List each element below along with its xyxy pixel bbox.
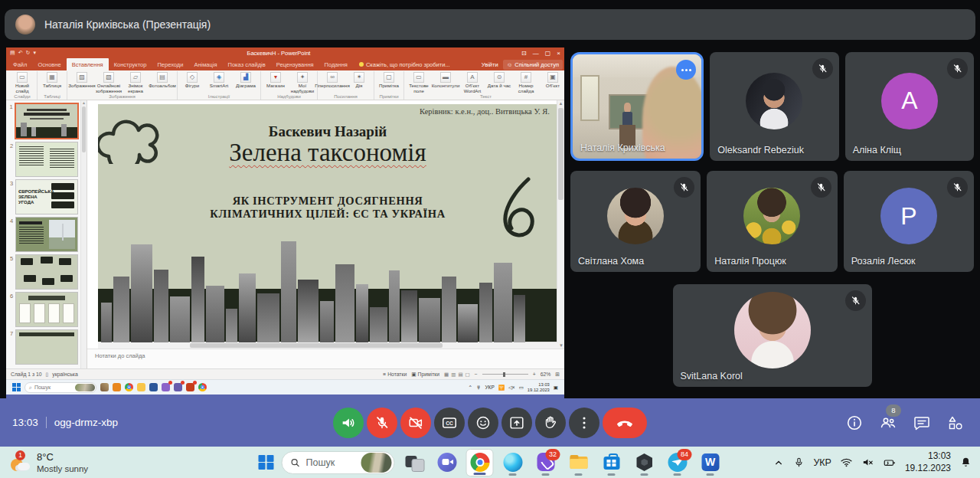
presenter-app-photos[interactable] (100, 383, 109, 391)
ppt-slide-editor[interactable]: Керівник: к.е.н., доц.. Витвицька У. Я. … (87, 100, 564, 349)
notification-bell-icon[interactable] (959, 456, 972, 469)
ribbon-button-Примітка[interactable]: ▢Примітка (376, 71, 402, 89)
language-indicator[interactable]: українська (52, 372, 77, 377)
slide-thumbnail-7[interactable]: 7 (8, 329, 79, 365)
participant-tile-1[interactable]: Наталія Крихівська (570, 52, 704, 161)
presenter-clock[interactable]: 13:03 19.12.2023 (528, 382, 550, 393)
start-button[interactable] (256, 453, 276, 473)
slide-thumbnail-1[interactable]: 1 (8, 103, 79, 139)
chevron-up-icon[interactable] (773, 457, 785, 469)
proofing-icon[interactable]: ▯ (46, 372, 49, 378)
thumbnail-preview[interactable] (15, 217, 78, 252)
slide-thumbnail-6[interactable]: 6 (8, 292, 79, 327)
slide-thumbnail-4[interactable]: 4 (8, 217, 79, 252)
thumbnails-scrollbar[interactable]: ▲ (80, 100, 87, 368)
thumbnail-preview[interactable]: ЄВРОПЕЙСЬКА ЗЕЛЕНА УГОДА (15, 179, 78, 214)
battery-icon[interactable] (883, 456, 897, 470)
speaker-icon[interactable]: ◁× (508, 385, 515, 391)
ribbon-button-Об'єкт WordArt[interactable]: АОб'єкт WordArt (459, 71, 485, 93)
ribbon-button-Дата й час[interactable]: ⊙Дата й час (486, 71, 512, 89)
ribbon-button-Знімок екрана[interactable]: ▱Знімок екрана (122, 71, 149, 93)
ppt-tab-Переходи[interactable]: Переходи (152, 58, 188, 70)
notes-toggle[interactable]: ≡ Нотатки (383, 372, 407, 377)
ppt-close-button[interactable]: × (557, 50, 560, 57)
mic-off-button[interactable] (367, 408, 397, 438)
ppt-tab-Анімація[interactable]: Анімація (188, 58, 222, 70)
ppt-tab-Конструктор[interactable]: Конструктор (109, 58, 152, 70)
ppt-tab-Показ слайдів[interactable]: Показ слайдів (223, 58, 271, 70)
ppt-tab-Подання[interactable]: Подання (319, 58, 353, 70)
thumbnail-preview[interactable] (15, 254, 78, 290)
ribbon-button-Таблиця[interactable]: ▦Таблиця (39, 71, 65, 89)
slide-thumbnail-2[interactable]: 2 (8, 142, 79, 177)
presenter-app-office-app[interactable] (113, 383, 121, 391)
ribbon-button-Гіперпосилання[interactable]: ∞Гіперпосилання (319, 71, 345, 89)
wifi-icon[interactable] (840, 456, 853, 469)
presenter-lang[interactable]: УКР (485, 385, 494, 390)
ppt-tab-Основне[interactable]: Основне (32, 58, 66, 70)
zoom-out-button[interactable]: − (475, 372, 478, 377)
ribbon-button-Магазин[interactable]: ▾Магазин (263, 71, 289, 89)
taskbar-app-viber[interactable]: 32 (532, 449, 560, 476)
view-buttons[interactable]: ▦▥▤▢ (444, 372, 470, 378)
ribbon-button-Фігури[interactable]: ◇Фігури (179, 71, 205, 89)
ribbon-button-Новий слайд[interactable]: ▭Новий слайд (9, 71, 35, 93)
participant-tile-4[interactable]: Світлана Хома (570, 171, 701, 272)
mic-tray-icon[interactable]: 🎙 (476, 385, 482, 390)
presenter-app-chrome[interactable] (125, 383, 133, 391)
ribbon-button-Зображення[interactable]: ▨Зображення (69, 71, 95, 89)
activities-button[interactable] (946, 414, 965, 432)
ribbon-button-Онлайнові зображення[interactable]: ▧Онлайнові зображення (96, 71, 122, 93)
wifi-icon[interactable]: 🛜 (498, 385, 505, 391)
shared-screen[interactable]: ▤↶↻▾ БаскевичН - PowerPoint ⊡—▢× ФайлОсн… (6, 47, 564, 398)
ppt-tab-Вставлення[interactable]: Вставлення (67, 58, 109, 70)
taskbar-app-chat[interactable] (433, 449, 461, 476)
reactions-button[interactable] (468, 408, 498, 438)
chevron-up-icon[interactable]: ⌃ (469, 385, 472, 391)
search-daily-image[interactable] (361, 453, 392, 473)
captions-button[interactable]: CC (434, 408, 465, 438)
ppt-notes-pane[interactable]: Нотатки до слайда (87, 349, 564, 368)
slide-thumbnail-3[interactable]: 3ЄВРОПЕЙСЬКА ЗЕЛЕНА УГОДА (8, 179, 79, 214)
ribbon-button-Об'єкт[interactable]: ▣Об'єкт (540, 71, 564, 89)
taskbar-clock[interactable]: 13:03 19.12.2023 (905, 450, 951, 474)
battery-icon[interactable]: ▭ (519, 385, 524, 391)
participant-tile-7[interactable]: SvitLana Korol (673, 284, 872, 387)
ppt-maximize-button[interactable]: ▢ (545, 50, 551, 57)
ppt-ribbon-options-icon[interactable]: ⊡ (521, 50, 527, 57)
taskbar-search-box[interactable]: Пошук (282, 451, 395, 474)
participant-tile-2[interactable]: Oleksandr Rebeziuk (710, 52, 838, 161)
present-button[interactable] (501, 408, 532, 438)
ribbon-button-Колонтитули[interactable]: ▬Колонтитули (433, 71, 459, 89)
presenter-app-powerpoint[interactable] (186, 383, 194, 391)
thumbnail-preview[interactable] (15, 142, 78, 177)
presenter-app-viber[interactable] (174, 383, 182, 391)
taskbar-app-file-explorer[interactable] (565, 449, 593, 476)
taskbar-app-app-hexagon[interactable] (631, 449, 658, 476)
slide-canvas[interactable]: Керівник: к.е.н., доц.. Витвицька У. Я. … (98, 104, 557, 342)
taskbar-app-store[interactable] (598, 449, 626, 476)
people-button[interactable]: 8 (879, 414, 897, 432)
ribbon-button-Діаграма[interactable]: ▟Діаграма (233, 71, 259, 89)
more-options-button[interactable] (569, 408, 599, 438)
info-button[interactable] (845, 414, 864, 432)
participant-tile-3[interactable]: AАліна Кліщ (845, 52, 974, 161)
ribbon-button-SmartArt[interactable]: ◈SmartArt (206, 71, 232, 89)
presenter-start-button[interactable] (12, 383, 21, 391)
editor-vertical-scrollbar[interactable]: ▲▼ (557, 100, 564, 349)
participant-tile-5[interactable]: Наталія Процюк (707, 171, 837, 272)
presenter-app-word[interactable] (149, 383, 158, 391)
ppt-signin-button[interactable]: Увійти (482, 61, 498, 68)
ppt-share-button[interactable]: ☺Спільний доступ (503, 60, 563, 70)
taskbar-app-edge[interactable] (499, 449, 527, 476)
taskbar-app-telegram[interactable]: 84 (664, 449, 691, 476)
presenter-search-box[interactable]: ⌕ Пошук (24, 382, 96, 393)
presenter-app-chrome-2[interactable] (198, 383, 207, 391)
ribbon-button-Дія[interactable]: ✶Дія (346, 71, 372, 89)
call-end-button[interactable] (603, 408, 647, 438)
ppt-tab-Файл[interactable]: Файл (8, 58, 32, 70)
taskbar-app-word[interactable]: W (697, 449, 724, 476)
ribbon-button-Номер слайда[interactable]: #Номер слайда (513, 71, 539, 93)
ppt-slide-thumbnails-panel[interactable]: ▲ 123ЄВРОПЕЙСЬКА ЗЕЛЕНА УГОДА4567 (6, 100, 87, 368)
ribbon-button-Текстове поле[interactable]: ▭Текстове поле (406, 71, 432, 93)
